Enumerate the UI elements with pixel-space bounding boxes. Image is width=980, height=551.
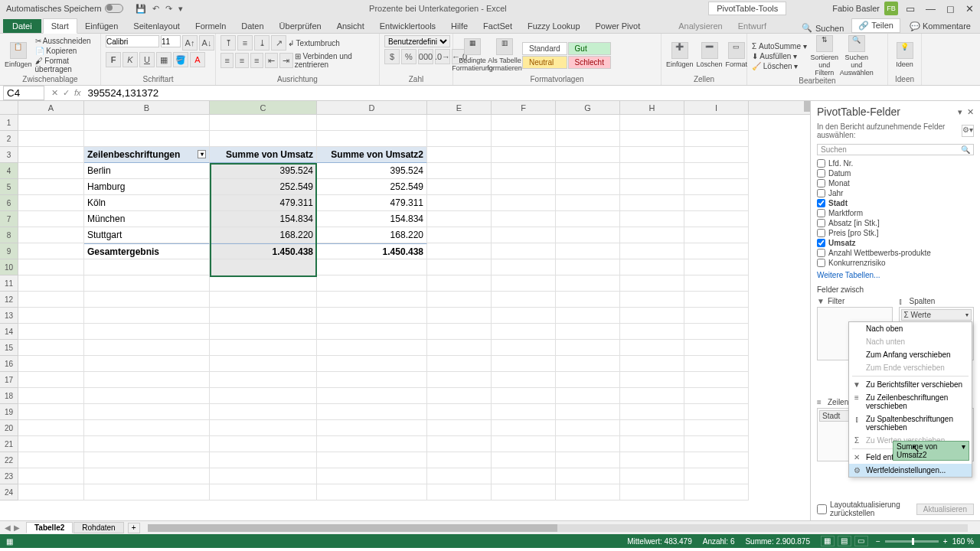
tab-entwurf[interactable]: Entwurf	[730, 19, 774, 33]
cell[interactable]	[427, 308, 492, 324]
cell[interactable]	[210, 420, 317, 436]
cell[interactable]	[492, 163, 556, 179]
cell[interactable]	[620, 147, 684, 163]
cell[interactable]	[684, 420, 749, 436]
orientation-icon[interactable]: ↗	[271, 35, 286, 51]
row-header[interactable]: 19	[0, 404, 18, 420]
cell[interactable]	[492, 372, 556, 388]
cut-button[interactable]: ✂ Ausschneiden	[35, 37, 96, 45]
field-search[interactable]: Suchen🔍	[817, 144, 974, 155]
font-name-input[interactable]	[106, 35, 159, 47]
cell[interactable]	[84, 115, 210, 131]
percent-icon[interactable]: %	[401, 49, 416, 64]
indent-dec-icon[interactable]: ⇤	[265, 53, 278, 68]
cell[interactable]	[210, 468, 317, 484]
col-header[interactable]: E	[427, 101, 492, 114]
pane-dropdown-icon[interactable]: ▾	[958, 107, 962, 116]
cell[interactable]	[210, 292, 317, 308]
cell[interactable]	[427, 420, 492, 436]
cell[interactable]	[18, 115, 84, 131]
cell[interactable]	[684, 452, 749, 468]
user-account[interactable]: Fabio Basler FB	[832, 2, 898, 15]
col-header[interactable]: H	[620, 101, 684, 114]
row-header[interactable]: 22	[0, 452, 18, 468]
italic-icon[interactable]: K	[122, 52, 138, 67]
cell[interactable]	[84, 292, 210, 308]
row-header[interactable]: 14	[0, 324, 18, 340]
cell[interactable]	[84, 452, 210, 468]
cell[interactable]	[317, 356, 427, 372]
cell[interactable]: Summe von Umsatz	[210, 147, 317, 163]
cell[interactable]	[210, 115, 317, 131]
cell[interactable]	[317, 340, 427, 356]
cell[interactable]	[684, 276, 749, 292]
cell[interactable]	[18, 276, 84, 292]
cell[interactable]	[317, 420, 427, 436]
cell[interactable]: 154.834	[317, 211, 427, 227]
cell[interactable]	[427, 259, 492, 276]
font-size-input[interactable]	[161, 35, 181, 47]
format-painter-button[interactable]: 🖌 Format übertragen	[35, 57, 96, 73]
row-header[interactable]: 23	[0, 468, 18, 484]
cell[interactable]	[620, 308, 684, 324]
tab-powerpivot[interactable]: Power Pivot	[588, 19, 648, 33]
cell[interactable]	[492, 340, 556, 356]
filter-dropdown-icon[interactable]: ▾	[198, 150, 206, 158]
border-icon[interactable]: ▦	[156, 52, 172, 67]
context-menu-item[interactable]: ⫿Zu Spaltenbeschriftungen verschieben	[849, 412, 972, 434]
currency-icon[interactable]: $	[384, 49, 400, 64]
cell[interactable]	[317, 259, 427, 276]
clear-button[interactable]: 🧹 Löschen ▾	[752, 62, 807, 70]
tab-factset[interactable]: FactSet	[475, 19, 520, 33]
cell[interactable]	[427, 163, 492, 179]
cell[interactable]	[684, 147, 749, 163]
cell[interactable]	[18, 259, 84, 276]
cell[interactable]	[492, 195, 556, 211]
cell[interactable]	[84, 372, 210, 388]
cell[interactable]	[620, 276, 684, 292]
cell[interactable]	[84, 468, 210, 484]
context-menu-item[interactable]: ▼Zu Berichtsfilter verschieben	[849, 378, 972, 391]
cell[interactable]	[84, 308, 210, 324]
cell[interactable]	[317, 484, 427, 500]
cell[interactable]	[556, 356, 620, 372]
cell[interactable]	[210, 340, 317, 356]
paste-button[interactable]: 📋Einfügen	[5, 42, 32, 68]
cell[interactable]	[427, 147, 492, 163]
cell[interactable]	[492, 324, 556, 340]
indent-inc-icon[interactable]: ⇥	[279, 53, 292, 68]
field-item[interactable]: Anzahl Wettbewerbs-produkte	[817, 248, 974, 258]
cell[interactable]	[492, 179, 556, 195]
cell[interactable]: 1.450.438	[210, 243, 317, 259]
cell[interactable]: Gesamtergebnis	[84, 243, 210, 259]
cell[interactable]	[18, 468, 84, 484]
cell[interactable]	[210, 452, 317, 468]
update-button[interactable]: Aktualisieren	[916, 504, 974, 515]
cell[interactable]	[210, 388, 317, 404]
cell[interactable]: 1.450.438	[317, 243, 427, 259]
comments-button[interactable]: 💬 Kommentare	[903, 20, 977, 33]
cell[interactable]	[684, 308, 749, 324]
cell[interactable]	[620, 131, 684, 147]
cell[interactable]	[620, 179, 684, 195]
cell[interactable]	[684, 372, 749, 388]
cell[interactable]	[620, 115, 684, 131]
cell[interactable]: 395.524	[317, 163, 427, 179]
cell[interactable]	[84, 131, 210, 147]
cell[interactable]: 252.549	[210, 179, 317, 195]
cell[interactable]	[317, 324, 427, 340]
cell[interactable]	[317, 308, 427, 324]
cell[interactable]	[492, 388, 556, 404]
save-icon[interactable]: 💾	[136, 4, 146, 14]
cell[interactable]: Hamburg	[84, 179, 210, 195]
style-gut[interactable]: Gut	[568, 42, 611, 55]
field-checkbox[interactable]	[817, 249, 825, 257]
cell[interactable]	[427, 276, 492, 292]
redo-icon[interactable]: ↷	[165, 4, 172, 14]
zoom-level[interactable]: 160 %	[952, 537, 974, 546]
sheet-tab[interactable]: Tabelle2	[26, 522, 73, 533]
cell[interactable]	[317, 372, 427, 388]
insert-cells-button[interactable]: ➕Einfügen	[666, 42, 694, 68]
cell[interactable]	[684, 340, 749, 356]
row-header[interactable]: 9	[0, 243, 18, 259]
